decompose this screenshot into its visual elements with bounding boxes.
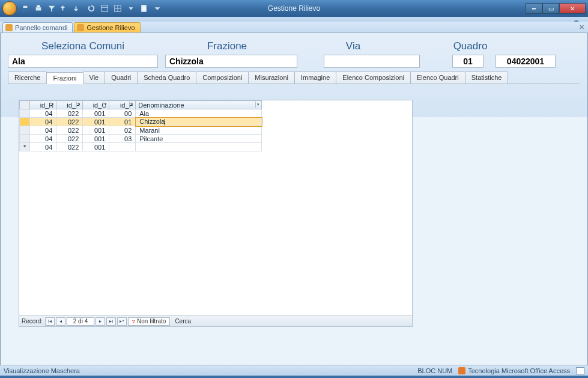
qat-datasheet-icon[interactable] bbox=[112, 2, 124, 14]
svg-rect-6 bbox=[102, 5, 108, 12]
label-comuni: Seleziona Comuni bbox=[8, 40, 158, 52]
tab-elenco-quadri[interactable]: Elenco Quadri bbox=[410, 72, 465, 84]
row-selector-new[interactable] bbox=[20, 143, 30, 151]
nav-last-button[interactable]: ▸I bbox=[106, 317, 116, 326]
nav-prev-button[interactable]: ◂ bbox=[56, 317, 65, 326]
qat-form-icon[interactable] bbox=[99, 2, 111, 14]
form-body: Seleziona Comuni Frazione Via Quadro Ric… bbox=[0, 33, 588, 365]
office-logo-icon bbox=[458, 367, 465, 374]
table-row[interactable]: 04 022 001 01 Chizzola bbox=[20, 118, 262, 126]
col-header-id-p[interactable]: id_P▾ bbox=[56, 101, 83, 109]
svg-rect-2 bbox=[36, 7, 41, 10]
nav-first-button[interactable]: I◂ bbox=[45, 317, 55, 326]
table-row[interactable]: 04 022 001 00 Ala bbox=[20, 109, 262, 118]
document-close-icon[interactable]: ✕ bbox=[577, 23, 586, 31]
record-position[interactable]: 2 di 4 bbox=[67, 317, 94, 326]
chevron-down-icon[interactable]: ▾ bbox=[76, 102, 82, 108]
row-selector[interactable] bbox=[20, 118, 30, 126]
row-selector[interactable] bbox=[20, 109, 30, 118]
minimize-button[interactable]: ━ bbox=[526, 3, 542, 14]
tab-ricerche[interactable]: Ricerche bbox=[8, 72, 47, 84]
tab-label: Pannello comandi bbox=[15, 24, 67, 31]
chevron-down-icon[interactable]: ▾ bbox=[103, 102, 108, 108]
status-view-mode: Visualizzazione Maschera bbox=[4, 367, 80, 374]
status-technology: Tecnologia Microsoft Office Access bbox=[468, 367, 570, 374]
chevron-down-icon[interactable]: ▾ bbox=[129, 102, 135, 108]
svg-marker-4 bbox=[49, 6, 55, 12]
close-button[interactable]: ✕ bbox=[559, 3, 586, 14]
col-header-id-r[interactable]: id_R▾ bbox=[30, 101, 56, 109]
record-navigator: Record: I◂ ◂ 2 di 4 ▸ ▸I ▸* ▿ Non filtra… bbox=[19, 316, 412, 326]
editing-cell[interactable]: Chizzola bbox=[136, 118, 262, 126]
col-header-id-c[interactable]: id_C▾ bbox=[83, 101, 109, 109]
form-icon bbox=[77, 24, 84, 31]
svg-marker-11 bbox=[129, 7, 133, 10]
svg-rect-12 bbox=[142, 5, 147, 12]
office-orb-button[interactable] bbox=[2, 1, 17, 16]
qat-save-icon[interactable] bbox=[19, 2, 31, 14]
svg-marker-5 bbox=[89, 6, 91, 8]
ribbon-collapsed: ◉ bbox=[0, 17, 588, 22]
qat-filter-icon[interactable] bbox=[46, 2, 58, 14]
input-quadro-2[interactable] bbox=[496, 55, 556, 68]
status-bloc-num: BLOC NUM bbox=[417, 367, 452, 374]
document-tabs: Pannello comandi Gestione Rilievo ✕ bbox=[0, 22, 588, 33]
tab-misurazioni[interactable]: Misurazioni bbox=[248, 72, 295, 84]
tab-quadri[interactable]: Quadri bbox=[105, 72, 138, 84]
tab-vie[interactable]: Vie bbox=[83, 72, 106, 84]
table-row-new[interactable]: 04 022 001 bbox=[20, 143, 262, 151]
label-frazione: Frazione bbox=[158, 40, 296, 52]
row-selector[interactable] bbox=[20, 135, 30, 143]
record-label: Record: bbox=[22, 318, 43, 325]
col-header-id-f[interactable]: id_F▾ bbox=[109, 101, 136, 109]
titlebar: Gestione Rilievo ━ ▭ ✕ bbox=[0, 0, 588, 17]
chevron-down-icon[interactable]: ▾ bbox=[255, 102, 261, 108]
svg-rect-3 bbox=[37, 5, 40, 8]
tab-label: Gestione Rilievo bbox=[86, 24, 135, 31]
input-frazione[interactable] bbox=[165, 55, 297, 68]
col-header-denominazione[interactable]: Denominazione▾ bbox=[136, 101, 262, 109]
tab-gestione-rilievo[interactable]: Gestione Rilievo bbox=[74, 22, 140, 32]
tab-statistiche[interactable]: Statistiche bbox=[465, 72, 509, 84]
tab-elenco-composizioni[interactable]: Elenco Composizioni bbox=[336, 72, 411, 84]
label-quadro: Quadro bbox=[410, 40, 530, 52]
qat-sort-asc-icon[interactable] bbox=[59, 2, 71, 14]
filter-indicator[interactable]: ▿ Non filtrato bbox=[128, 317, 170, 326]
frazioni-table[interactable]: id_R▾ id_P▾ id_C▾ id_F▾ Denominazione▾ 0… bbox=[19, 100, 262, 151]
qat-new-icon[interactable] bbox=[138, 2, 150, 14]
input-via[interactable] bbox=[324, 55, 420, 68]
select-all-header[interactable] bbox=[20, 101, 30, 109]
tab-frazioni[interactable]: Frazioni bbox=[46, 72, 83, 84]
svg-rect-1 bbox=[23, 6, 28, 8]
tab-scheda-quadro[interactable]: Scheda Quadro bbox=[137, 72, 196, 84]
datasheet: id_R▾ id_P▾ id_C▾ id_F▾ Denominazione▾ 0… bbox=[19, 100, 413, 327]
search-label[interactable]: Cerca bbox=[171, 318, 195, 325]
qat-refresh-icon[interactable] bbox=[85, 2, 97, 14]
qat-sort-desc-icon[interactable] bbox=[72, 2, 84, 14]
qat-customize-icon[interactable] bbox=[151, 2, 163, 14]
table-row[interactable]: 04 022 001 03 Pilcante bbox=[20, 135, 262, 143]
form-icon bbox=[5, 24, 13, 31]
label-via: Via bbox=[296, 40, 410, 52]
input-comuni[interactable] bbox=[8, 55, 158, 68]
tab-composizioni[interactable]: Composizioni bbox=[196, 72, 249, 84]
qat-dropdown-icon[interactable] bbox=[125, 2, 137, 14]
view-switcher-icon[interactable] bbox=[576, 367, 584, 374]
input-quadro-1[interactable] bbox=[452, 55, 483, 68]
tab-immagine[interactable]: Immagine bbox=[294, 72, 336, 84]
nav-next-button[interactable]: ▸ bbox=[95, 317, 105, 326]
tab-pannello-comandi[interactable]: Pannello comandi bbox=[2, 22, 73, 32]
nav-new-button[interactable]: ▸* bbox=[117, 317, 127, 326]
svg-marker-13 bbox=[155, 7, 160, 10]
quick-access-toolbar bbox=[19, 2, 163, 14]
table-row[interactable]: 04 022 001 02 Marani bbox=[20, 126, 262, 135]
filter-icon: ▿ bbox=[132, 318, 135, 325]
maximize-button[interactable]: ▭ bbox=[542, 3, 559, 14]
window-title: Gestione Rilievo bbox=[268, 4, 320, 13]
inner-tab-strip: Ricerche Frazioni Vie Quadri Scheda Quad… bbox=[8, 72, 580, 84]
chevron-down-icon[interactable]: ▾ bbox=[50, 102, 55, 108]
row-selector[interactable] bbox=[20, 126, 30, 135]
qat-print-icon[interactable] bbox=[32, 2, 44, 14]
status-bar: Visualizzazione Maschera BLOC NUM Tecnol… bbox=[0, 365, 588, 376]
